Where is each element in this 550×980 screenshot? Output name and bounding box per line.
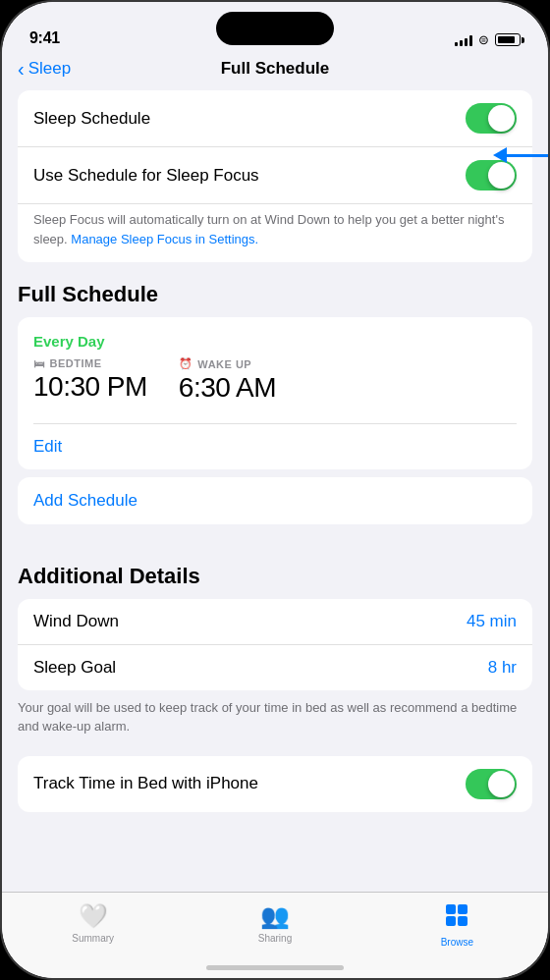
use-schedule-row: Use Schedule for Sleep Focus	[18, 147, 532, 204]
wakeup-col: ⏰ WAKE UP 6:30 AM	[179, 357, 276, 404]
back-chevron-icon: ‹	[18, 59, 25, 79]
svg-rect-3	[458, 916, 468, 926]
arrow-head-icon	[493, 147, 507, 163]
focus-description: Sleep Focus will automatically turn on a…	[18, 204, 532, 262]
track-time-toggle[interactable]	[466, 769, 517, 799]
add-schedule-card[interactable]: Add Schedule	[18, 477, 532, 524]
sleep-goal-value: 8 hr	[488, 658, 517, 678]
manage-focus-link[interactable]: Manage Sleep Focus in Settings.	[71, 232, 258, 246]
status-icons: ⊜	[455, 32, 521, 47]
phone-frame: 9:41 ⊜ ‹ Sleep Full Schedule	[0, 0, 550, 980]
signal-icon	[455, 34, 472, 46]
bedtime-header: 🛏 BEDTIME	[33, 357, 147, 369]
tab-summary[interactable]: 🤍 Summary	[2, 902, 184, 944]
sleep-wake-row: 🛏 BEDTIME 10:30 PM ⏰ WAKE UP 6:3	[33, 357, 517, 404]
svg-rect-2	[446, 916, 456, 926]
additional-details-title: Additional Details	[2, 548, 548, 599]
use-schedule-label: Use Schedule for Sleep Focus	[33, 166, 259, 186]
toggle-knob-2	[488, 162, 515, 189]
browse-icon	[444, 902, 469, 934]
svg-rect-1	[458, 904, 468, 914]
svg-rect-0	[446, 904, 456, 914]
home-indicator	[206, 965, 344, 970]
sleep-goal-label: Sleep Goal	[33, 658, 116, 678]
full-schedule-title: Full Schedule	[2, 266, 548, 317]
status-time: 9:41	[29, 29, 60, 47]
schedule-inner: Every Day 🛏 BEDTIME 10:30 PM	[18, 317, 532, 423]
track-time-card: Track Time in Bed with iPhone	[18, 756, 532, 812]
track-time-label: Track Time in Bed with iPhone	[33, 774, 258, 793]
goal-description: Your goal will be used to keep track of …	[2, 690, 548, 748]
phone-screen: 9:41 ⊜ ‹ Sleep Full Schedule	[2, 2, 548, 978]
sharing-label: Sharing	[258, 933, 292, 944]
summary-label: Summary	[72, 933, 114, 944]
status-bar: 9:41 ⊜	[2, 2, 548, 55]
wind-down-label: Wind Down	[33, 612, 119, 631]
toggle-knob-3	[488, 771, 515, 797]
additional-details-section: Additional Details Wind Down 45 min Slee…	[2, 548, 548, 812]
schedule-card: Every Day 🛏 BEDTIME 10:30 PM	[18, 317, 532, 469]
wifi-icon: ⊜	[478, 32, 489, 47]
back-button[interactable]: ‹ Sleep	[18, 59, 71, 79]
bedtime-label: BEDTIME	[50, 357, 102, 369]
back-label: Sleep	[28, 59, 71, 79]
use-schedule-toggle[interactable]	[466, 160, 517, 191]
bedtime-value: 10:30 PM	[33, 371, 147, 403]
wakeup-header: ⏰ WAKE UP	[179, 357, 276, 370]
battery-icon	[495, 33, 521, 46]
sleep-schedule-label: Sleep Schedule	[33, 109, 150, 129]
summary-icon: 🤍	[79, 902, 108, 930]
sleep-goal-row[interactable]: Sleep Goal 8 hr	[18, 645, 532, 690]
tab-browse[interactable]: Browse	[366, 902, 548, 948]
wind-down-value: 45 min	[467, 612, 517, 631]
arrow-line	[507, 154, 548, 157]
track-time-row[interactable]: Track Time in Bed with iPhone	[18, 756, 532, 812]
nav-header: ‹ Sleep Full Schedule	[2, 55, 548, 90]
toggles-card: Sleep Schedule Use Schedule for Sleep Fo…	[18, 90, 532, 262]
dynamic-island	[216, 12, 334, 45]
details-card: Wind Down 45 min Sleep Goal 8 hr	[18, 599, 532, 690]
edit-button[interactable]: Edit	[18, 424, 532, 469]
annotation-arrow	[493, 147, 548, 163]
bed-icon: 🛏	[33, 357, 45, 369]
wakeup-value: 6:30 AM	[179, 372, 276, 404]
page-title: Full Schedule	[221, 59, 330, 79]
wind-down-row[interactable]: Wind Down 45 min	[18, 599, 532, 645]
every-day-label: Every Day	[33, 333, 517, 350]
full-schedule-section: Full Schedule Every Day 🛏 BEDTIME 10:30 …	[2, 266, 548, 524]
sleep-schedule-toggle[interactable]	[466, 103, 517, 134]
main-content: Sleep Schedule Use Schedule for Sleep Fo…	[2, 90, 548, 929]
alarm-icon: ⏰	[179, 357, 193, 370]
bedtime-col: 🛏 BEDTIME 10:30 PM	[33, 357, 147, 404]
add-schedule-label: Add Schedule	[33, 491, 138, 510]
toggle-knob	[488, 105, 515, 132]
wakeup-label: WAKE UP	[197, 358, 251, 370]
sleep-schedule-row: Sleep Schedule	[18, 90, 532, 147]
tab-sharing[interactable]: 👥 Sharing	[184, 902, 365, 944]
sharing-icon: 👥	[260, 902, 290, 930]
browse-label: Browse	[441, 937, 473, 948]
